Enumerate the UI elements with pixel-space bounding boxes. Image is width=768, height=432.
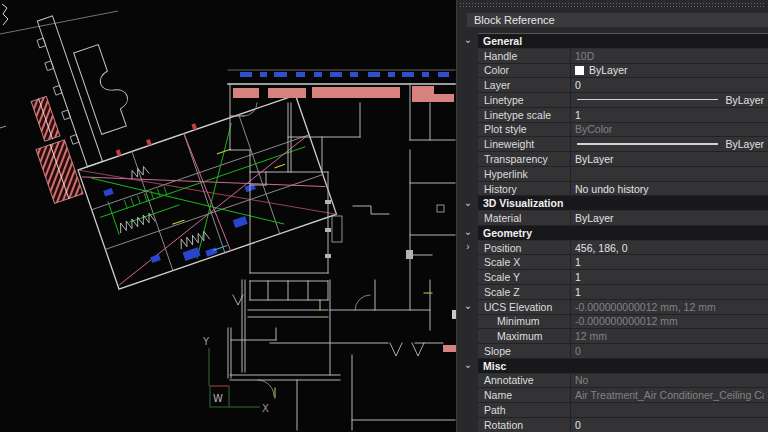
- property-row-layer[interactable]: Layer0: [478, 78, 768, 93]
- property-row-scale-y[interactable]: Scale Y1: [478, 270, 768, 285]
- color-swatch: [575, 66, 584, 75]
- property-value-text: 1: [575, 109, 581, 121]
- panel-title[interactable]: Block Reference: [467, 13, 768, 27]
- property-label: Position: [478, 241, 571, 255]
- property-label: Layer: [478, 78, 571, 92]
- property-value[interactable]: ByLayer: [571, 211, 768, 225]
- chevron-down-icon[interactable]: ⌄: [462, 33, 474, 47]
- property-row-transparency[interactable]: TransparencyByLayer: [478, 152, 768, 167]
- section-header-label: 3D Visualization: [478, 196, 563, 210]
- property-row-handle[interactable]: Handle10D: [478, 49, 768, 64]
- property-value[interactable]: ByColor: [571, 123, 768, 137]
- property-label: UCS Elevation: [478, 300, 571, 314]
- property-value[interactable]: 456, 186, 0: [571, 241, 768, 255]
- section-header-misc[interactable]: Misc: [478, 359, 768, 374]
- properties-panel: Block Reference ⌄⌄⌄›⌄⌄ GeneralHandle10DC…: [456, 0, 768, 432]
- property-value-text: No undo history: [575, 183, 649, 195]
- property-row-hyperlink[interactable]: Hyperlink: [478, 167, 768, 182]
- section-header-label: Geometry: [478, 226, 532, 240]
- drawing-canvas[interactable]: Y W X: [0, 0, 456, 432]
- property-row-position[interactable]: Position456, 186, 0: [478, 241, 768, 256]
- ucs-x-label: X: [262, 403, 269, 414]
- property-value[interactable]: ByLayer: [571, 137, 768, 151]
- section-header-geometry[interactable]: Geometry: [478, 226, 768, 241]
- property-row-linetype[interactable]: LinetypeByLayer: [478, 93, 768, 108]
- property-value[interactable]: 0: [571, 344, 768, 358]
- section-header-3d-visualization[interactable]: 3D Visualization: [478, 196, 768, 211]
- property-value[interactable]: 1: [571, 270, 768, 284]
- property-row-scale-z[interactable]: Scale Z1: [478, 285, 768, 300]
- panel-grip[interactable]: [459, 2, 766, 7]
- property-label: Hyperlink: [478, 167, 571, 181]
- chevron-down-icon[interactable]: ⌄: [462, 358, 474, 372]
- property-value[interactable]: 1: [571, 255, 768, 269]
- property-row-name[interactable]: NameAir Treatment_Air Conditioner_Ceilin…: [478, 388, 768, 403]
- property-value[interactable]: 1: [571, 285, 768, 299]
- property-value-text: 10D: [575, 50, 594, 62]
- property-value-text: 1: [575, 286, 581, 298]
- property-row-color[interactable]: ColorByLayer: [478, 64, 768, 79]
- property-label: Linetype: [478, 93, 571, 107]
- chevron-right-icon[interactable]: ›: [462, 240, 474, 254]
- property-label: Scale Y: [478, 270, 571, 284]
- property-value[interactable]: -0.000000000012 mm: [571, 315, 768, 329]
- property-label: Annotative: [478, 374, 571, 388]
- property-row-annotative[interactable]: AnnotativeNo: [478, 374, 768, 389]
- property-row-lineweight[interactable]: LineweightByLayer: [478, 137, 768, 152]
- property-row-scale-x[interactable]: Scale X1: [478, 255, 768, 270]
- property-value-text: ByLayer: [575, 212, 614, 224]
- property-row-maximum[interactable]: Maximum12 mm: [478, 329, 768, 344]
- property-row-slope[interactable]: Slope0: [478, 344, 768, 359]
- property-label: Color: [478, 64, 571, 78]
- property-value[interactable]: 0: [571, 78, 768, 92]
- property-value[interactable]: -0.000000000012 mm, 12 mm: [571, 300, 768, 314]
- property-label: Scale X: [478, 255, 571, 269]
- property-label: Material: [478, 211, 571, 225]
- property-label: Slope: [478, 344, 571, 358]
- section-header-label: General: [478, 34, 522, 48]
- app-window: { "panel": { "title": "Block Reference",…: [0, 0, 768, 432]
- property-value[interactable]: No undo history: [571, 182, 768, 196]
- property-value[interactable]: ByLayer: [571, 64, 768, 78]
- section-header-general[interactable]: General: [478, 34, 768, 49]
- property-value[interactable]: 12 mm: [571, 329, 768, 343]
- property-label: Path: [478, 403, 571, 417]
- property-row-linetype-scale[interactable]: Linetype scale1: [478, 108, 768, 123]
- property-value[interactable]: [571, 403, 768, 417]
- property-value[interactable]: Air Treatment_Air Conditioner_Ceiling Ca…: [571, 388, 768, 402]
- property-row-ucs-elevation[interactable]: UCS Elevation-0.000000000012 mm, 12 mm: [478, 300, 768, 315]
- property-label: Scale Z: [478, 285, 571, 299]
- property-value-text: Air Treatment_Air Conditioner_Ceiling Ca…: [575, 389, 764, 401]
- ucs-y-label: Y: [202, 336, 210, 347]
- property-value[interactable]: 10D: [571, 49, 768, 63]
- section-header-label: Misc: [478, 359, 506, 373]
- property-row-material[interactable]: MaterialByLayer: [478, 211, 768, 226]
- property-label: Minimum: [478, 315, 571, 329]
- property-row-rotation[interactable]: Rotation0: [478, 418, 768, 432]
- property-label: Handle: [478, 49, 571, 63]
- property-value-text: 0: [575, 79, 581, 91]
- chevron-down-icon[interactable]: ⌄: [462, 299, 474, 313]
- linetype-preview: [577, 99, 718, 100]
- chevron-down-icon[interactable]: ⌄: [462, 225, 474, 239]
- property-value[interactable]: 1: [571, 108, 768, 122]
- linetype-preview: [577, 143, 718, 145]
- property-row-path[interactable]: Path: [478, 403, 768, 418]
- property-label: Rotation: [478, 418, 571, 432]
- chevron-down-icon[interactable]: ⌄: [462, 196, 474, 210]
- property-label: Plot style: [478, 123, 571, 137]
- property-row-plot-style[interactable]: Plot styleByColor: [478, 123, 768, 138]
- property-value-text: ByLayer: [725, 94, 764, 106]
- property-value[interactable]: 0: [571, 418, 768, 432]
- property-row-minimum[interactable]: Minimum-0.000000000012 mm: [478, 315, 768, 330]
- property-label: Lineweight: [478, 137, 571, 151]
- property-row-history[interactable]: HistoryNo undo history: [478, 182, 768, 197]
- property-value[interactable]: No: [571, 374, 768, 388]
- property-value-text: 0: [575, 345, 581, 357]
- property-value[interactable]: ByLayer: [571, 152, 768, 166]
- property-value[interactable]: ByLayer: [571, 93, 768, 107]
- property-value-text: 0: [575, 419, 581, 431]
- property-value[interactable]: [571, 167, 768, 181]
- property-value-text: ByLayer: [725, 138, 764, 150]
- property-value-text: 1: [575, 271, 581, 283]
